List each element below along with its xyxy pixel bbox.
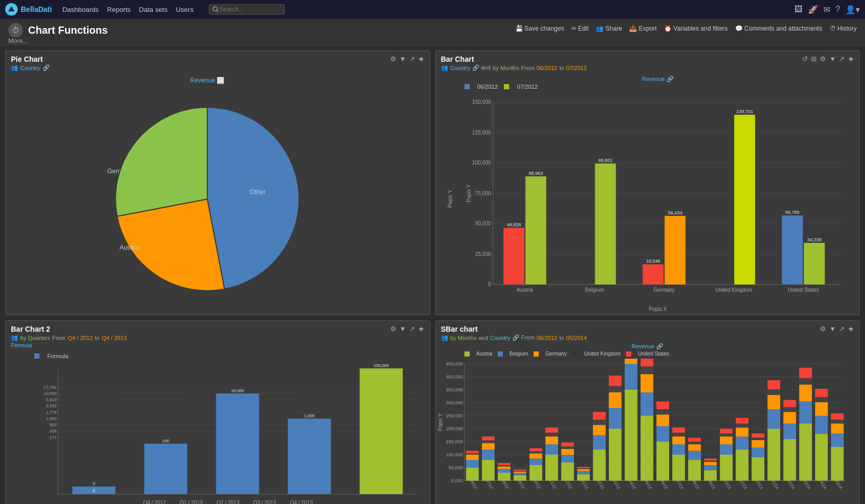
bar-chart-title: Bar Chart xyxy=(441,55,587,63)
save-changes-button[interactable]: 💾 Save changes xyxy=(515,25,564,32)
sbar-export-icon[interactable]: ↗ xyxy=(839,325,845,333)
bar-chart2-body: Formula Q4 / 2012 Q1 / 2013 Q2 / 2013 Q3… xyxy=(6,350,430,504)
main-content: Pie Chart 👥 Country 🔗 ⚙ ▼ ↗ ★ OtherGerma… xyxy=(0,45,865,504)
more-link[interactable]: More... xyxy=(8,37,28,47)
svg-point-1 xyxy=(213,7,217,11)
sbar-legend-belgium xyxy=(498,351,503,357)
bc2-metric-label: Formula xyxy=(11,342,127,348)
rocket-icon[interactable]: 🚀 xyxy=(808,5,818,15)
sbar-chart-body: Revenue 🔗 Austria Belgium Germany United… xyxy=(436,343,860,504)
brand-name: BellaDati xyxy=(21,5,52,13)
sbar-to: 05/2014 xyxy=(566,335,587,341)
bc2-x-labels: Q4 / 2012 Q1 / 2013 Q2 / 2013 Q3 / 2013 … xyxy=(34,500,422,504)
bar-filter-icon[interactable]: ▼ xyxy=(829,55,836,63)
toolbar: 💾 Save changes ✏ Edit 👥 Share 📤 Export ⏰… xyxy=(515,25,857,35)
nav-reports[interactable]: Reports xyxy=(107,6,131,13)
svg-marker-0 xyxy=(8,6,15,11)
variables-button[interactable]: ⏰ Variables and filters xyxy=(664,25,728,32)
bar-refresh-icon[interactable]: ↺ xyxy=(802,55,808,63)
nav-dashboards[interactable]: Dashboards xyxy=(62,6,99,13)
svg-text:Other: Other xyxy=(250,188,265,196)
page-header: ⏱ Chart Functions 💾 Save changes ✏ Edit … xyxy=(0,19,865,45)
sbar-country[interactable]: Country xyxy=(490,335,511,341)
sbar-chart-title: SBar chart xyxy=(441,325,587,333)
pie-dimension[interactable]: Country xyxy=(20,65,41,71)
bar-x-title: Popis X xyxy=(464,306,852,312)
bc2-export-icon[interactable]: ↗ xyxy=(409,325,415,333)
pie-chart-subtitle: 👥 Country 🔗 xyxy=(11,64,50,71)
sbar-chart-header: SBar chart 👥 by Months and Country 🔗 Fro… xyxy=(436,321,860,343)
brand-logo[interactable]: BellaDati xyxy=(5,3,52,16)
bar-chart-canvas xyxy=(464,92,852,305)
nav-users[interactable]: Users xyxy=(176,6,193,13)
bar-revenue-label: Revenue 🔗 xyxy=(464,76,852,83)
title-row: ⏱ Chart Functions 💾 Save changes ✏ Edit … xyxy=(8,23,857,37)
export-button[interactable]: 📤 Export xyxy=(629,25,657,32)
svg-text:Austria: Austria xyxy=(119,244,139,251)
pie-chart-panel: Pie Chart 👥 Country 🔗 ⚙ ▼ ↗ ★ OtherGerma… xyxy=(5,50,430,315)
pie-panel-actions: ⚙ ▼ ↗ ★ xyxy=(390,55,424,63)
bar-by: by Months xyxy=(493,65,519,71)
sbar-legend: Austria Belgium Germany United Kingdom U… xyxy=(436,351,860,357)
bar-chart-body: Revenue 🔗 06/2012 07/2012 Popis Y Popis … xyxy=(436,73,860,315)
bc2-settings-icon[interactable]: ⚙ xyxy=(390,325,396,333)
mail-icon[interactable]: ✉ xyxy=(823,5,830,15)
sbar-chart-subtitle: 👥 by Months and Country 🔗 From 06/2012 t… xyxy=(441,334,587,341)
bc2-from: Q4 / 2012 xyxy=(68,335,92,341)
pie-chart-body: OtherGermanyAustriaRevenue ⬜ xyxy=(6,73,430,315)
bc2-to: Q4 / 2013 xyxy=(102,335,127,341)
nav-links: Dashboards Reports Data sets Users xyxy=(62,6,194,13)
sbar-canvas xyxy=(436,359,850,504)
comments-button[interactable]: 💬 Comments and attachments xyxy=(735,25,822,32)
sbar-chart-panel: SBar chart 👥 by Months and Country 🔗 Fro… xyxy=(435,320,860,504)
nav-datasets[interactable]: Data sets xyxy=(139,6,168,13)
search-icon xyxy=(212,6,219,12)
legend-07-2012 xyxy=(504,84,509,89)
page-icon: ⏱ xyxy=(8,23,23,37)
bc2-area: Formula Q4 / 2012 Q1 / 2013 Q2 / 2013 Q3… xyxy=(6,350,430,504)
bar-chart2-title: Bar Chart 2 xyxy=(11,325,127,333)
sbar-legend-austria xyxy=(464,351,470,357)
bar-legend: 06/2012 07/2012 xyxy=(464,84,852,90)
question-icon[interactable]: ? xyxy=(835,5,840,14)
pie-filter-icon[interactable]: ▼ xyxy=(400,55,406,63)
sbar-legend-us xyxy=(626,351,631,357)
sbar-legend-germany xyxy=(534,351,539,357)
bc2-by: by Quarters xyxy=(20,335,50,341)
sbar-by-months: by Months xyxy=(450,335,477,341)
image-icon[interactable]: 🖼 xyxy=(794,5,803,14)
bar-chart-panel: Bar Chart 👥 Country 🔗 and by Months From… xyxy=(435,50,860,315)
search-input[interactable] xyxy=(219,6,281,13)
sbar-panel-actions: ⚙ ▼ ↗ ★ xyxy=(820,325,854,333)
edit-button[interactable]: ✏ Edit xyxy=(571,25,589,32)
bar-from: 06/2012 xyxy=(537,65,557,71)
pie-export-icon[interactable]: ↗ xyxy=(409,55,415,63)
navbar: BellaDati Dashboards Reports Data sets U… xyxy=(0,0,865,19)
svg-line-2 xyxy=(217,11,219,12)
bar-chart-subtitle: 👥 Country 🔗 and by Months From 06/2012 t… xyxy=(441,64,587,71)
history-button[interactable]: ⏱ History xyxy=(830,25,857,32)
bar-export-icon[interactable]: ↗ xyxy=(839,55,845,63)
share-button[interactable]: 👥 Share xyxy=(596,25,622,32)
bar-y-title: Popis Y xyxy=(447,189,453,207)
sbar-from: 06/2012 xyxy=(537,335,557,341)
sbar-legend-uk xyxy=(572,351,577,357)
bar-star-icon[interactable]: ★ xyxy=(848,55,854,63)
bar-settings-icon[interactable]: ⚙ xyxy=(820,55,826,63)
pie-chart-title: Pie Chart xyxy=(11,55,50,63)
bc2-star-icon[interactable]: ★ xyxy=(418,325,424,333)
brand-icon xyxy=(5,3,18,16)
bc2-filter-icon[interactable]: ▼ xyxy=(400,325,406,333)
bar-chart2-subtitle: 👥 by Quarters From Q4 / 2012 to Q4 / 201… xyxy=(11,334,127,341)
search-box[interactable] xyxy=(209,4,285,15)
bar-to: 07/2012 xyxy=(566,65,587,71)
sbar-star-icon[interactable]: ★ xyxy=(848,325,854,333)
pie-star-icon[interactable]: ★ xyxy=(418,55,424,63)
pie-settings-icon[interactable]: ⚙ xyxy=(390,55,396,63)
sbar-settings-icon[interactable]: ⚙ xyxy=(820,325,826,333)
user-icon[interactable]: 👤▾ xyxy=(845,5,860,15)
bar-dimension[interactable]: Country xyxy=(450,65,471,71)
sbar-filter-icon[interactable]: ▼ xyxy=(829,325,836,333)
bar-table-icon[interactable]: ⊞ xyxy=(811,55,817,63)
bc2-legend-dot xyxy=(34,353,39,359)
